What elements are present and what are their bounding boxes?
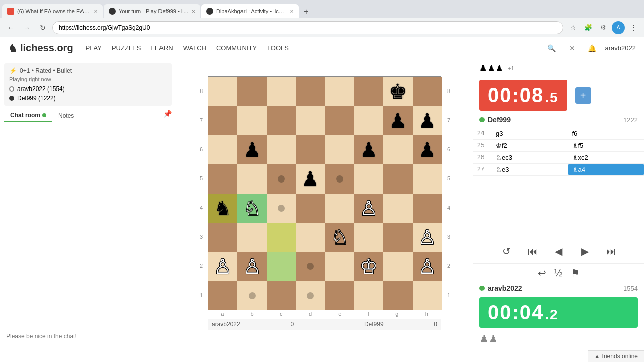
square-a8[interactable] bbox=[208, 77, 237, 106]
square-c3[interactable] bbox=[267, 223, 296, 252]
square-e4[interactable] bbox=[325, 194, 354, 223]
friends-bar[interactable]: ▲ friends online bbox=[588, 350, 644, 362]
tab-1[interactable]: (6) What if EA owns the EARTH... ✕ bbox=[2, 4, 103, 18]
bookmark-star-icon[interactable]: ☆ bbox=[567, 21, 580, 34]
sync-icon[interactable]: ⚙ bbox=[597, 21, 610, 34]
square-e1[interactable] bbox=[325, 281, 354, 310]
nav-puzzles[interactable]: PUZZLES bbox=[112, 44, 141, 52]
move-white-24[interactable]: g3 bbox=[492, 128, 568, 139]
square-c6[interactable] bbox=[267, 135, 296, 164]
square-c5[interactable] bbox=[267, 164, 296, 194]
square-c1[interactable] bbox=[267, 281, 296, 310]
tab-close-3[interactable]: ✕ bbox=[290, 9, 294, 14]
square-d1[interactable] bbox=[296, 281, 325, 310]
prev-move-button[interactable]: ◀ bbox=[551, 243, 567, 259]
square-g3[interactable] bbox=[383, 223, 413, 252]
square-b3[interactable] bbox=[237, 223, 267, 252]
new-tab-button[interactable]: + bbox=[300, 5, 313, 18]
square-f7[interactable] bbox=[354, 106, 383, 135]
square-g8[interactable]: ♚ bbox=[383, 77, 413, 106]
square-e6[interactable] bbox=[325, 135, 354, 164]
address-input[interactable] bbox=[52, 21, 564, 34]
profile-icon[interactable]: A bbox=[612, 21, 625, 34]
square-b7[interactable] bbox=[237, 106, 267, 135]
square-g2[interactable] bbox=[383, 252, 413, 281]
tab-close-2[interactable]: ✕ bbox=[191, 9, 195, 14]
last-move-button[interactable]: ⏭ bbox=[603, 243, 619, 259]
square-f4[interactable]: ♙ bbox=[354, 194, 383, 223]
square-a1[interactable] bbox=[208, 281, 237, 310]
square-b4[interactable]: ♘ bbox=[237, 194, 267, 223]
square-f6[interactable]: ♟ bbox=[354, 135, 383, 164]
nav-tools[interactable]: TOOLS bbox=[267, 44, 289, 52]
move-white-25[interactable]: ♔f2 bbox=[492, 140, 568, 151]
square-f2[interactable]: ♔ bbox=[354, 252, 383, 281]
nav-play[interactable]: PLAY bbox=[86, 44, 102, 52]
square-c4[interactable] bbox=[267, 194, 296, 223]
chat-area[interactable] bbox=[4, 124, 172, 329]
square-a4[interactable]: ♞ bbox=[208, 194, 237, 223]
undo-button[interactable]: ↩ bbox=[538, 267, 546, 279]
square-d5[interactable]: ♟ bbox=[296, 164, 325, 194]
square-b2[interactable]: ♙ bbox=[237, 252, 267, 281]
refresh-button[interactable]: ↺ bbox=[499, 243, 515, 259]
square-b6[interactable]: ♟ bbox=[237, 135, 267, 164]
square-f1[interactable] bbox=[354, 281, 383, 310]
square-a7[interactable] bbox=[208, 106, 237, 135]
move-white-27[interactable]: ♘e3 bbox=[492, 164, 568, 175]
square-h8[interactable] bbox=[413, 77, 442, 106]
resign-flag-button[interactable]: ⚑ bbox=[571, 267, 580, 279]
square-g1[interactable] bbox=[383, 281, 413, 310]
square-g5[interactable] bbox=[383, 164, 413, 194]
square-g4[interactable] bbox=[383, 194, 413, 223]
forward-button[interactable]: → bbox=[20, 21, 33, 34]
tab-close-1[interactable]: ✕ bbox=[94, 9, 98, 14]
back-button[interactable]: ← bbox=[4, 21, 17, 34]
square-c8[interactable] bbox=[267, 77, 296, 106]
chat-input[interactable] bbox=[6, 333, 170, 340]
reload-button[interactable]: ↻ bbox=[36, 21, 49, 34]
search-icon[interactable]: 🔍 bbox=[545, 41, 559, 55]
lichess-logo[interactable]: ♞ lichess.org bbox=[8, 42, 73, 54]
nav-username[interactable]: aravb2022 bbox=[605, 44, 636, 52]
square-a2[interactable]: ♙ bbox=[208, 252, 237, 281]
square-a6[interactable] bbox=[208, 135, 237, 164]
tab-3[interactable]: DibaAkhgari : Activity • lichess... ✕ bbox=[201, 4, 299, 18]
square-a3[interactable] bbox=[208, 223, 237, 252]
square-d4[interactable] bbox=[296, 194, 325, 223]
square-d7[interactable] bbox=[296, 106, 325, 135]
move-white-26[interactable]: ♘ec3 bbox=[492, 152, 568, 163]
square-h3[interactable]: ♙ bbox=[413, 223, 442, 252]
square-b5[interactable] bbox=[237, 164, 267, 194]
nav-community[interactable]: COMMUNITY bbox=[216, 44, 257, 52]
square-d3[interactable] bbox=[296, 223, 325, 252]
square-e3[interactable]: ♘ bbox=[325, 223, 354, 252]
square-b8[interactable] bbox=[237, 77, 267, 106]
pin-icon[interactable]: 📌 bbox=[163, 110, 172, 122]
move-black-27[interactable]: ♗a4 bbox=[568, 164, 645, 175]
notification-bell-icon[interactable]: 🔔 bbox=[585, 41, 599, 55]
square-b1[interactable] bbox=[237, 281, 267, 310]
move-black-24[interactable]: f6 bbox=[568, 128, 645, 139]
move-black-26[interactable]: ♗xc2 bbox=[568, 152, 645, 163]
square-d6[interactable] bbox=[296, 135, 325, 164]
extensions-icon[interactable]: 🧩 bbox=[582, 21, 595, 34]
move-black-25[interactable]: ♗f5 bbox=[568, 140, 645, 151]
tab-chat-room[interactable]: Chat room bbox=[4, 110, 52, 122]
square-d8[interactable] bbox=[296, 77, 325, 106]
nav-watch[interactable]: WATCH bbox=[183, 44, 206, 52]
square-c7[interactable] bbox=[267, 106, 296, 135]
square-h4[interactable] bbox=[413, 194, 442, 223]
square-e8[interactable] bbox=[325, 77, 354, 106]
square-d2[interactable] bbox=[296, 252, 325, 281]
square-f8[interactable] bbox=[354, 77, 383, 106]
next-move-button[interactable]: ▶ bbox=[577, 243, 593, 259]
square-h5[interactable] bbox=[413, 164, 442, 194]
draw-button[interactable]: ½ bbox=[554, 267, 563, 279]
square-g6[interactable] bbox=[383, 135, 413, 164]
square-e5[interactable] bbox=[325, 164, 354, 194]
square-f5[interactable] bbox=[354, 164, 383, 194]
nav-learn[interactable]: LEARN bbox=[151, 44, 173, 52]
tab-notes[interactable]: Notes bbox=[52, 110, 80, 122]
square-a5[interactable] bbox=[208, 164, 237, 194]
